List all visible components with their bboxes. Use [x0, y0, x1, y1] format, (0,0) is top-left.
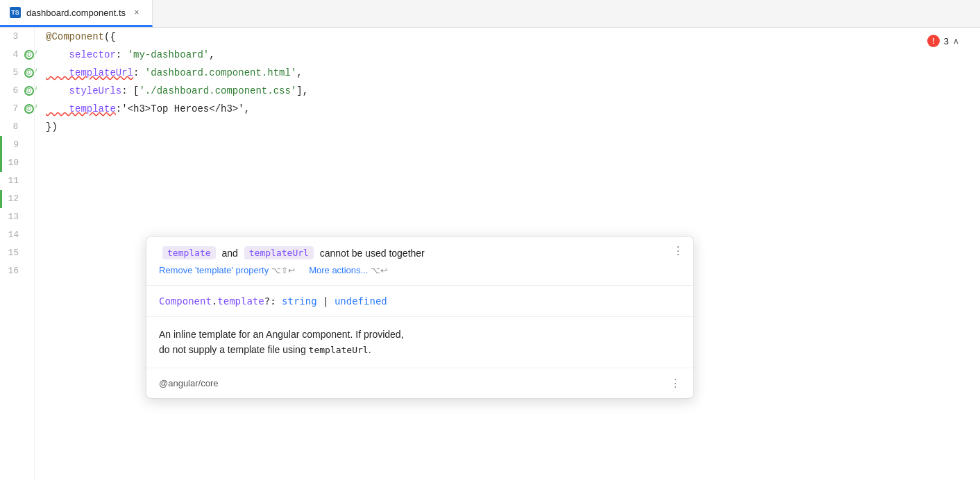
line-gutter: 3 4 ⓘ↑ 5 ⓘ↑ 6 ⓘ↑ 7 ⓘ↑ — [0, 28, 35, 480]
gutter-row-3: 3 — [0, 28, 34, 46]
code-token: : [ — [121, 82, 139, 100]
gutter-row-10: 10 — [0, 154, 34, 172]
code-token: : — [133, 64, 145, 82]
error-circle-icon: ! — [927, 35, 940, 47]
tooltip-source-section: @angular/core ⋮ — [146, 368, 693, 398]
code-token: }) — [46, 118, 58, 136]
desc-period: . — [369, 344, 371, 355]
action2-shortcut: ⌥↩ — [371, 266, 387, 275]
error-count: 3 — [944, 36, 949, 46]
sig-class-name: Component — [159, 295, 212, 307]
gutter-row-9: 9 — [0, 136, 34, 154]
gutter-row-14: 14 — [0, 226, 34, 244]
code-line-4: selector: 'my-dashboard', — [35, 46, 980, 64]
remove-template-action[interactable]: Remove 'template' property — [159, 265, 269, 275]
tooltip-error-message: cannot be used together — [317, 248, 425, 259]
code-line-3: @Component({ — [35, 28, 980, 46]
code-token: ({ — [104, 28, 116, 46]
file-tab[interactable]: TS dashboard.component.ts × — [0, 0, 153, 27]
code-line-13 — [35, 208, 980, 226]
gutter-row-5: 5 ⓘ↑ — [0, 64, 34, 82]
code-token: styleUrls — [46, 82, 121, 100]
code-token: , — [209, 46, 214, 64]
line-number-4: 4 — [0, 46, 24, 64]
desc-code-word: templateUrl — [309, 345, 369, 355]
lint-icon-4: ⓘ↑ — [24, 50, 34, 60]
gutter-row-12: 12 — [0, 190, 34, 208]
line-number-8: 8 — [0, 118, 24, 136]
tooltip-badge-templateurl: templateUrl — [244, 246, 314, 259]
code-line-6: styleUrls: ['./dashboard.component.css']… — [35, 82, 980, 100]
code-token: <h3>Top Heroes</h3> — [128, 100, 239, 118]
error-badge: ! 3 ∧ — [927, 35, 959, 47]
code-token: templateUrl — [46, 64, 133, 82]
tooltip-badge-template: template — [162, 246, 216, 259]
gutter-row-15: 15 — [0, 244, 34, 262]
source-name: @angular/core — [159, 378, 218, 388]
line-number-13: 13 — [0, 208, 24, 226]
code-editor[interactable]: ! 3 ∧ @Component({ selector: 'my-dashboa… — [35, 28, 980, 480]
indicator-7: ⓘ↑ — [24, 104, 34, 114]
tooltip-error-line: template and templateUrl cannot be used … — [159, 246, 681, 259]
code-token: :' — [116, 100, 128, 118]
gutter-row-4: 4 ⓘ↑ — [0, 46, 34, 64]
code-token: 'my-dashboard' — [128, 46, 210, 64]
sig-type1: string — [282, 295, 317, 307]
code-line-10 — [35, 154, 980, 172]
line-number-3: 3 — [0, 28, 24, 46]
gutter-row-13: 13 — [0, 208, 34, 226]
code-token: ', — [238, 100, 250, 118]
tooltip-signature-section: Component.template?: string | undefined — [146, 286, 693, 317]
code-token: template — [46, 100, 116, 118]
tab-close-button[interactable]: × — [131, 7, 142, 18]
lint-icon-6: ⓘ↑ — [24, 86, 34, 96]
gutter-row-8: 8 — [0, 118, 34, 136]
code-line-7: template:'<h3>Top Heroes</h3>', — [35, 100, 980, 118]
error-section-menu-icon[interactable]: ⋮ — [673, 246, 684, 257]
gutter-row-11: 11 — [0, 172, 34, 190]
code-token: selector — [46, 46, 116, 64]
sig-prop-name: template — [217, 295, 264, 307]
lint-icon-5: ⓘ↑ — [24, 68, 34, 78]
tooltip-connector: and — [219, 248, 241, 259]
code-line-9 — [35, 136, 980, 154]
action1-shortcut: ⌥⇧↩ — [271, 266, 295, 275]
sig-optional: ? — [264, 295, 270, 307]
indicator-4: ⓘ↑ — [24, 50, 34, 60]
line-number-10: 10 — [0, 154, 24, 172]
gutter-row-6: 6 ⓘ↑ — [0, 82, 34, 100]
error-chevron-icon[interactable]: ∧ — [953, 36, 959, 46]
typescript-icon: TS — [10, 7, 21, 18]
tooltip-description-section: An inline template for an Angular compon… — [146, 317, 693, 368]
code-token: 'dashboard.component.html' — [145, 64, 296, 82]
code-line-12 — [35, 190, 980, 208]
tab-bar: TS dashboard.component.ts × — [0, 0, 980, 28]
code-token: , — [296, 64, 302, 82]
line-highlight-12 — [0, 190, 2, 208]
line-number-12: 12 — [0, 190, 24, 208]
sig-pipe: | — [317, 295, 335, 307]
source-menu-icon[interactable]: ⋮ — [670, 377, 681, 390]
lint-icon-7: ⓘ↑ — [24, 104, 34, 114]
code-token: @Component — [46, 28, 104, 46]
code-token: ], — [296, 82, 308, 100]
gutter-row-16: 16 — [0, 262, 34, 280]
tooltip-error-section: template and templateUrl cannot be used … — [146, 237, 693, 286]
line-highlight-9 — [0, 136, 2, 154]
code-token: : — [116, 46, 128, 64]
line-number-9: 9 — [0, 136, 24, 154]
line-number-11: 11 — [0, 172, 24, 190]
code-line-11 — [35, 172, 980, 190]
code-token: './dashboard.component.css' — [139, 82, 296, 100]
line-number-5: 5 — [0, 64, 24, 82]
sig-colon: : — [270, 295, 282, 307]
sig-type2: undefined — [335, 295, 387, 307]
line-number-14: 14 — [0, 226, 24, 244]
tooltip-actions-line: Remove 'template' property ⌥⇧↩ More acti… — [159, 265, 681, 275]
more-actions-btn[interactable]: More actions... — [309, 265, 368, 275]
code-line-8: }) — [35, 118, 980, 136]
line-number-15: 15 — [0, 244, 24, 262]
tab-filename: dashboard.component.ts — [26, 8, 126, 18]
line-number-7: 7 — [0, 100, 24, 118]
editor-container: 3 4 ⓘ↑ 5 ⓘ↑ 6 ⓘ↑ 7 ⓘ↑ — [0, 28, 980, 480]
